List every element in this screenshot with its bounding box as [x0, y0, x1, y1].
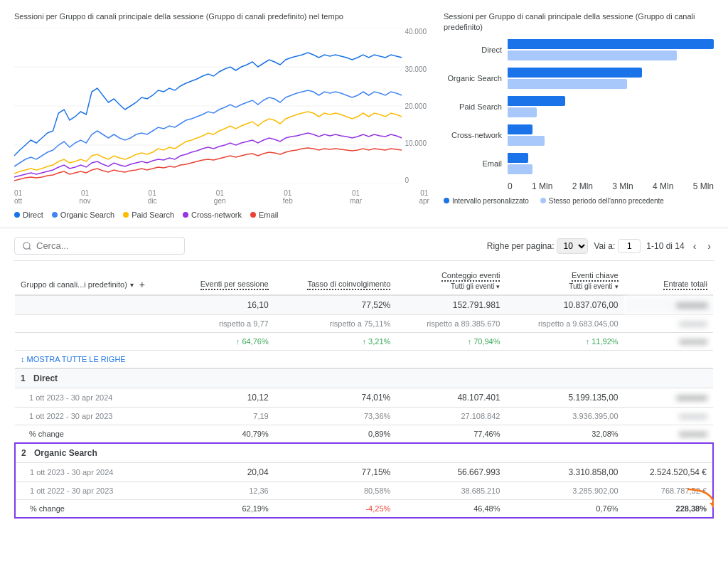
direct-p1-eventi: 10,12: [171, 388, 274, 408]
bar-x-4: 4 Mln: [653, 181, 673, 191]
search-box[interactable]: [14, 237, 185, 255]
col-header-entrate: Entrate totali: [624, 267, 713, 295]
direct-ch-tasso: 0,89%: [274, 425, 397, 444]
total-eventichiave: 10.837.076,00: [505, 295, 623, 315]
pagination-area: Righe per pagina: 10 25 50 Vai a: 1-10 d…: [487, 238, 714, 254]
x-label-3: 01gen: [214, 189, 226, 205]
bar-legend: Intervallo personalizzato Stesso periodo…: [444, 197, 714, 205]
bar-row-email: Email: [444, 153, 714, 174]
line-chart-title: Sessioni per Gruppo di canali principale…: [14, 11, 429, 22]
direct-ch-entrate: ●●●●●●: [624, 425, 713, 444]
organic-p1-conteggio: 56.667.993: [396, 463, 505, 482]
direct-p2-tasso: 73,36%: [274, 408, 397, 425]
x-label-4: 01feb: [283, 189, 293, 205]
col-header-tasso: Tasso di coinvolgimento: [274, 267, 397, 295]
x-label-0: 01ott: [14, 189, 22, 205]
search-input[interactable]: [36, 240, 164, 251]
total-compare-row: rispetto a 9,77 rispetto a 75,11% rispet…: [15, 315, 713, 333]
bar-label-paid: Paid Search: [444, 102, 508, 111]
direct-p2-eventi: 7,19: [171, 408, 274, 425]
organic-p2-eventi: 12,36: [171, 482, 274, 500]
organic-p2-label: 1 ott 2022 - 30 apr 2023: [15, 482, 171, 500]
organic-p2-eventichiave: 3.285.902,00: [505, 482, 623, 500]
line-chart-svg: [14, 28, 402, 184]
bar-x-2: 2 Mln: [572, 181, 593, 191]
group-dropdown-icon[interactable]: ▾: [130, 281, 134, 289]
direct-ch-row: % change 40,79% 0,89% 77,46% 32,08% ●●●●…: [15, 425, 713, 444]
go-to-input[interactable]: [618, 239, 641, 253]
organic-p1-tasso: 77,15%: [274, 463, 397, 482]
x-label-6: 01apr: [419, 189, 429, 205]
svg-point-5: [23, 243, 30, 249]
organic-ch-eventi: 62,19%: [171, 500, 274, 519]
total-tasso: 77,52%: [274, 295, 397, 315]
y-label-30k: 30.000: [405, 65, 427, 73]
legend-paid-search: Paid Search: [123, 211, 174, 219]
direct-p2-conteggio: 27.108.842: [396, 408, 505, 425]
y-label-40k: 40.000: [405, 28, 427, 36]
organic-ch-conteggio: 46,48%: [396, 500, 505, 519]
search-icon: [22, 241, 32, 251]
bar-legend-prev: Stesso periodo dell'anno precedente: [540, 197, 664, 205]
bar-legend-custom: Intervallo personalizzato: [444, 197, 529, 205]
bar-label-organic: Organic Search: [444, 74, 508, 83]
y-label-20k: 20.000: [405, 102, 427, 110]
col-header-eventi-sessione: Eventi per sessione: [171, 267, 274, 295]
total-change-conteggio: ↑ 70,94%: [396, 333, 505, 351]
total-compare-label: [15, 315, 171, 333]
line-legend: Direct Organic Search Paid Search Cross-…: [14, 211, 429, 219]
bar-row-direct: Direct: [444, 39, 714, 60]
total-compare-eventi: rispetto a 9,77: [171, 315, 274, 333]
bar-label-email: Email: [444, 159, 508, 168]
bar-row-organic: Organic Search: [444, 68, 714, 89]
x-label-5: 01mar: [350, 189, 362, 205]
show-all-row[interactable]: ↕ MOSTRA TUTTE LE RIGHE: [15, 351, 713, 369]
total-compare-eventichiave: rispetto a 9.683.045,00: [505, 315, 623, 333]
total-change-label: [15, 333, 171, 351]
bar-x-3: 3 Mln: [612, 181, 633, 191]
direct-p1-entrate: ●●●●●●: [624, 388, 713, 408]
total-change-eventichiave: ↑ 11,92%: [505, 333, 623, 351]
total-compare-entrate: ●●●●●●: [624, 315, 713, 333]
organic-group-header-row: 2 Organic Search: [15, 443, 713, 463]
total-entrate: ●●●●●●: [624, 295, 713, 315]
legend-direct: Direct: [14, 211, 43, 219]
organic-p1-eventi: 20,04: [171, 463, 274, 482]
direct-ch-conteggio: 77,46%: [396, 425, 505, 444]
x-label-2: 01dic: [148, 189, 157, 205]
direct-p1-eventichiave: 5.199.135,00: [505, 388, 623, 408]
rows-per-page-select[interactable]: 10 25 50: [557, 238, 588, 254]
y-label-10k: 10.000: [405, 139, 427, 147]
show-all-label[interactable]: ↕ MOSTRA TUTTE LE RIGHE: [15, 351, 713, 369]
total-conteggio: 152.791.981: [396, 295, 505, 315]
prev-page-button[interactable]: ‹: [690, 239, 700, 253]
bar-label-cross: Cross-network: [444, 131, 508, 139]
x-axis-labels: 01ott 01nov 01dic 01gen 01feb 01mar 01ap…: [14, 188, 429, 206]
organic-p2-conteggio: 38.685.210: [396, 482, 505, 500]
total-change-tasso: ↑ 3,21%: [274, 333, 397, 351]
organic-group-label: 2 Organic Search: [15, 443, 713, 463]
legend-organic-search: Organic Search: [52, 211, 114, 219]
bar-row-cross: Cross-network: [444, 124, 714, 146]
rows-per-page: Righe per pagina: 10 25 50: [487, 238, 589, 254]
direct-p1-tasso: 74,01%: [274, 388, 397, 408]
eventichiave-dropdown-icon[interactable]: ▾: [615, 283, 619, 290]
total-label: [15, 295, 171, 315]
bar-chart-container: Direct Organic Search Paid Search: [444, 39, 714, 191]
organic-ch-row: % change 62,19% -4,25% 46,48% 0,76% 228,…: [15, 500, 713, 519]
total-compare-conteggio: rispetto a 89.385.670: [396, 315, 505, 333]
total-eventi: 16,10: [171, 295, 274, 315]
bar-row-paid: Paid Search: [444, 96, 714, 117]
bar-chart-area: Sessioni per Gruppo di canali principale…: [444, 11, 714, 219]
organic-p2-row: 1 ott 2022 - 30 apr 2023 12,36 80,58% 38…: [15, 482, 713, 500]
add-col-icon[interactable]: +: [139, 279, 145, 290]
col-header-group[interactable]: Gruppo di canali...i predefinito) ▾ +: [15, 267, 171, 295]
go-to-label: Vai a:: [594, 241, 615, 251]
organic-p1-row: 1 ott 2023 - 30 apr 2024 20,04 77,15% 56…: [15, 463, 713, 482]
bar-chart-title: Sessioni per Gruppo di canali principale…: [444, 11, 714, 33]
line-chart-area: Sessioni per Gruppo di canali principale…: [14, 11, 429, 219]
direct-ch-eventi: 40,79%: [171, 425, 274, 444]
total-row: 16,10 77,52% 152.791.981 10.837.076,00 ●…: [15, 295, 713, 315]
next-page-button[interactable]: ›: [705, 239, 714, 253]
conteggio-dropdown-icon[interactable]: ▾: [496, 283, 500, 290]
